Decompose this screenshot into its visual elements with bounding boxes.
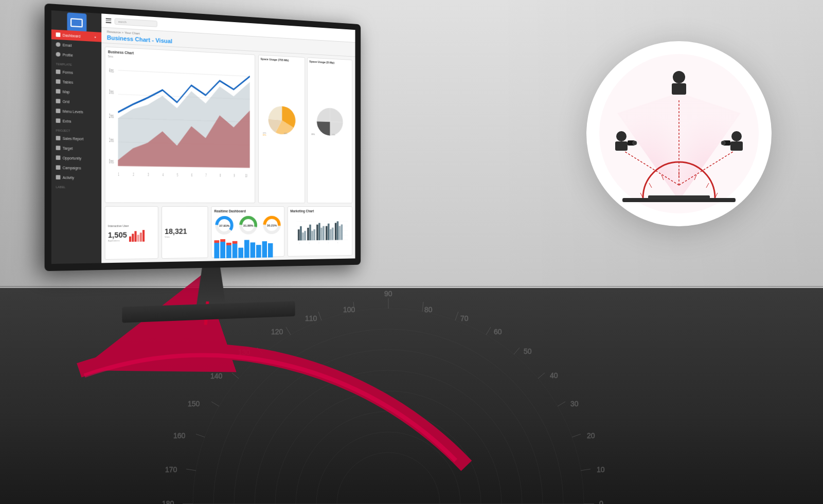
- svg-rect-92: [262, 241, 267, 258]
- svg-rect-100: [300, 226, 302, 241]
- visit-count-stat: 18,321 Visits: [162, 206, 208, 259]
- sidebar-item-label: Activity: [63, 175, 74, 179]
- svg-text:4: 4: [163, 172, 164, 176]
- svg-text:31.88%: 31.88%: [243, 224, 254, 227]
- svg-rect-68: [137, 235, 139, 241]
- sidebar-item-label: Opportunity: [63, 156, 81, 160]
- svg-text:2: 2: [133, 171, 134, 176]
- charts-area: Business Chart 5ms 4ms 3ms 2ms 1ms 0ms: [101, 43, 355, 263]
- monitor-display: Dashboard ● Email Profile Template: [45, 4, 388, 413]
- svg-rect-110: [323, 226, 324, 240]
- svg-rect-129: [648, 195, 710, 200]
- sidebar-item-target[interactable]: Target: [51, 143, 101, 154]
- search-input[interactable]: earch: [115, 18, 157, 27]
- sales-report-icon: [56, 136, 61, 140]
- svg-text:7: 7: [206, 172, 207, 177]
- campaigns-icon: [56, 165, 61, 170]
- label-section: Label: [51, 182, 101, 190]
- opportunity-icon: [56, 155, 61, 160]
- svg-rect-105: [311, 231, 313, 240]
- svg-rect-85: [226, 243, 231, 245]
- monitor-stand-base: [122, 301, 295, 323]
- sidebar-item-extra[interactable]: Extra: [51, 116, 101, 127]
- svg-rect-113: [330, 229, 331, 240]
- svg-text:9: 9: [234, 173, 235, 177]
- svg-rect-115: [335, 223, 336, 240]
- screen-ui: Dashboard ● Email Profile Template: [51, 10, 355, 264]
- svg-rect-87: [232, 241, 238, 244]
- sidebar-item-label: Map: [63, 89, 70, 94]
- pie-charts-container: Space Usage (755 Mb): [258, 55, 353, 203]
- svg-rect-111: [326, 226, 327, 240]
- forms-icon: [56, 69, 61, 74]
- svg-rect-82: [220, 242, 225, 258]
- sidebar-item-label: Forms: [63, 70, 73, 74]
- svg-rect-106: [313, 229, 315, 240]
- sidebar-item-label: Sales Report: [63, 136, 84, 140]
- svg-rect-91: [256, 245, 261, 258]
- svg-text:8: 8: [220, 173, 221, 177]
- svg-text:30.21%: 30.21%: [267, 224, 277, 227]
- activity-icon: [56, 175, 61, 179]
- svg-rect-83: [220, 239, 225, 242]
- map-icon: [56, 89, 61, 94]
- svg-text:10: 10: [597, 465, 605, 474]
- hamburger-menu[interactable]: [106, 19, 112, 24]
- profile-icon: [56, 52, 61, 57]
- email-icon: [56, 42, 61, 47]
- svg-point-142: [633, 141, 637, 145]
- svg-rect-80: [214, 243, 219, 258]
- sidebar-item-campaigns[interactable]: Campaigns: [51, 163, 101, 173]
- sidebar-item-label: Profile: [63, 52, 73, 57]
- svg-rect-86: [232, 244, 238, 258]
- realtime-dashboard: Realtime Dashboard 37.91%: [211, 206, 285, 258]
- svg-text:3: 3: [318, 242, 319, 244]
- sidebar-item-label: Grid: [63, 99, 69, 103]
- sidebar-item-sales-report[interactable]: Sales Report: [51, 133, 101, 144]
- tables-icon: [56, 79, 61, 84]
- svg-point-146: [721, 141, 725, 145]
- dashboard-icon: [56, 32, 61, 37]
- main-content: earch Resource > Your Chart Business Cha…: [101, 13, 355, 263]
- stat-label: Interactive User: [108, 224, 155, 227]
- svg-text:3: 3: [148, 172, 149, 176]
- app-logo: [67, 12, 86, 32]
- svg-rect-103: [307, 228, 309, 241]
- donut-1: 37.91%: [214, 215, 234, 236]
- svg-text:30: 30: [570, 400, 579, 408]
- charts-row-1: Business Chart 5ms 4ms 3ms 2ms 1ms 0ms: [105, 46, 353, 203]
- sidebar-item-label: Tables: [63, 80, 73, 84]
- donut-2: 31.88%: [238, 215, 258, 236]
- svg-text:37.91%: 37.91%: [219, 224, 229, 227]
- sidebar-item-activity[interactable]: Activity: [51, 172, 101, 183]
- svg-point-137: [673, 71, 685, 83]
- sidebar-item-opportunity[interactable]: Opportunity: [51, 153, 101, 164]
- svg-rect-144: [730, 141, 743, 151]
- svg-text:0: 0: [599, 499, 603, 504]
- interactive-user-stat: Interactive User 1,505 Applications: [105, 206, 158, 260]
- logo-icon: [70, 18, 83, 27]
- target-icon: [56, 146, 61, 150]
- svg-rect-108: [318, 223, 320, 241]
- svg-rect-112: [328, 224, 329, 240]
- svg-rect-84: [226, 245, 231, 258]
- extra-icon: [56, 118, 61, 123]
- sidebar-item-label: Extra: [63, 119, 71, 123]
- visit-count: 18,321: [165, 227, 205, 236]
- marketing-chart: Marketing Chart: [288, 206, 352, 257]
- svg-rect-66: [132, 233, 134, 242]
- svg-point-139: [616, 131, 627, 141]
- svg-rect-88: [238, 248, 243, 258]
- svg-text:1: 1: [118, 171, 119, 176]
- svg-rect-81: [214, 240, 219, 243]
- sidebar-item-label: Target: [63, 146, 73, 150]
- svg-text:3ms: 3ms: [109, 88, 114, 96]
- svg-text:4: 4: [328, 242, 329, 244]
- svg-text:2ms: 2ms: [109, 112, 114, 119]
- svg-rect-114: [332, 228, 333, 240]
- pie-chart-1: Space Usage (755 Mb): [258, 55, 305, 203]
- svg-rect-104: [309, 225, 311, 241]
- svg-text:40: 40: [550, 371, 558, 380]
- svg-text:1: 1: [299, 242, 300, 244]
- monitor-bezel: Dashboard ● Email Profile Template: [45, 4, 361, 272]
